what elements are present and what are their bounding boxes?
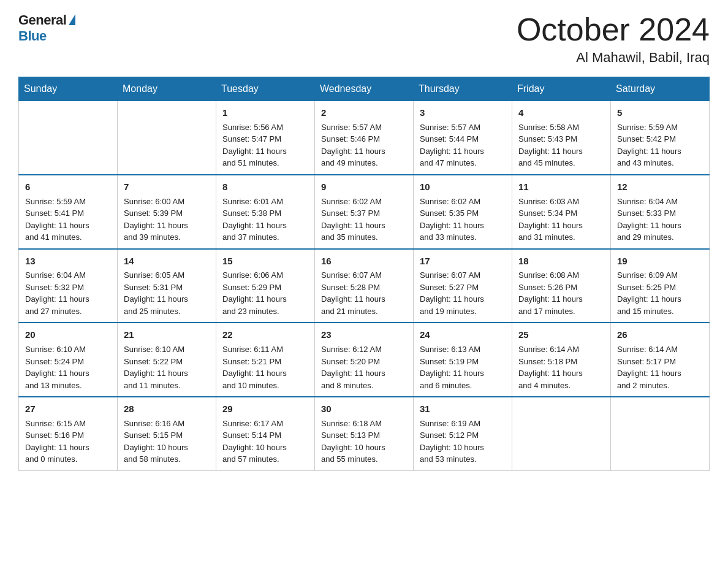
calendar-day-cell: 10Sunrise: 6:02 AM Sunset: 5:35 PM Dayli… xyxy=(414,175,512,249)
day-number: 18 xyxy=(518,255,604,268)
day-info: Sunrise: 6:15 AM Sunset: 5:16 PM Dayligh… xyxy=(25,418,111,465)
calendar-day-cell: 16Sunrise: 6:07 AM Sunset: 5:28 PM Dayli… xyxy=(315,249,414,323)
calendar-day-header: Friday xyxy=(512,77,611,101)
calendar-day-cell: 27Sunrise: 6:15 AM Sunset: 5:16 PM Dayli… xyxy=(19,397,118,470)
day-info: Sunrise: 5:57 AM Sunset: 5:46 PM Dayligh… xyxy=(321,121,407,169)
calendar-day-cell xyxy=(512,397,611,470)
calendar-day-cell: 7Sunrise: 6:00 AM Sunset: 5:39 PM Daylig… xyxy=(118,175,216,249)
day-number: 5 xyxy=(617,106,703,120)
calendar-day-cell xyxy=(19,101,118,175)
calendar-day-cell: 29Sunrise: 6:17 AM Sunset: 5:14 PM Dayli… xyxy=(216,397,315,470)
calendar-day-header: Sunday xyxy=(19,77,118,101)
calendar-week-row: 20Sunrise: 6:10 AM Sunset: 5:24 PM Dayli… xyxy=(19,323,710,397)
calendar-day-cell: 28Sunrise: 6:16 AM Sunset: 5:15 PM Dayli… xyxy=(118,397,216,470)
day-number: 6 xyxy=(25,180,111,194)
calendar-day-cell: 31Sunrise: 6:19 AM Sunset: 5:12 PM Dayli… xyxy=(414,397,512,470)
day-info: Sunrise: 6:18 AM Sunset: 5:13 PM Dayligh… xyxy=(321,418,407,465)
logo: General Blue xyxy=(18,12,75,44)
day-info: Sunrise: 6:14 AM Sunset: 5:18 PM Dayligh… xyxy=(518,343,604,391)
day-number: 25 xyxy=(518,328,604,342)
day-number: 4 xyxy=(518,106,604,120)
day-info: Sunrise: 6:12 AM Sunset: 5:20 PM Dayligh… xyxy=(321,343,407,391)
calendar-day-cell: 21Sunrise: 6:10 AM Sunset: 5:22 PM Dayli… xyxy=(118,323,216,397)
day-info: Sunrise: 6:05 AM Sunset: 5:31 PM Dayligh… xyxy=(124,269,210,317)
day-number: 31 xyxy=(420,402,506,416)
calendar-subtitle: Al Mahawil, Babil, Iraq xyxy=(517,50,710,66)
day-number: 27 xyxy=(25,402,111,416)
calendar-day-cell: 1Sunrise: 5:56 AM Sunset: 5:47 PM Daylig… xyxy=(216,101,315,175)
day-number: 30 xyxy=(321,402,407,416)
calendar-day-cell: 14Sunrise: 6:05 AM Sunset: 5:31 PM Dayli… xyxy=(118,249,216,323)
day-number: 16 xyxy=(321,255,407,268)
day-number: 12 xyxy=(617,180,703,194)
calendar-week-row: 13Sunrise: 6:04 AM Sunset: 5:32 PM Dayli… xyxy=(19,249,710,323)
day-info: Sunrise: 6:11 AM Sunset: 5:21 PM Dayligh… xyxy=(222,343,308,391)
calendar-day-cell: 19Sunrise: 6:09 AM Sunset: 5:25 PM Dayli… xyxy=(611,249,710,323)
calendar-day-header: Saturday xyxy=(611,77,710,101)
calendar-title: October 2024 xyxy=(517,12,710,47)
calendar-day-cell: 11Sunrise: 6:03 AM Sunset: 5:34 PM Dayli… xyxy=(512,175,611,249)
day-info: Sunrise: 5:59 AM Sunset: 5:42 PM Dayligh… xyxy=(617,121,703,169)
calendar-day-header: Monday xyxy=(118,77,216,101)
day-info: Sunrise: 6:13 AM Sunset: 5:19 PM Dayligh… xyxy=(420,343,506,391)
calendar-day-cell: 6Sunrise: 5:59 AM Sunset: 5:41 PM Daylig… xyxy=(19,175,118,249)
calendar-day-cell: 15Sunrise: 6:06 AM Sunset: 5:29 PM Dayli… xyxy=(216,249,315,323)
calendar-week-row: 27Sunrise: 6:15 AM Sunset: 5:16 PM Dayli… xyxy=(19,397,710,470)
title-block: October 2024 Al Mahawil, Babil, Iraq xyxy=(517,12,710,66)
calendar-day-cell: 24Sunrise: 6:13 AM Sunset: 5:19 PM Dayli… xyxy=(414,323,512,397)
calendar-day-cell xyxy=(118,101,216,175)
day-number: 10 xyxy=(420,180,506,194)
day-info: Sunrise: 6:02 AM Sunset: 5:37 PM Dayligh… xyxy=(321,196,407,243)
day-info: Sunrise: 6:10 AM Sunset: 5:24 PM Dayligh… xyxy=(25,343,111,391)
calendar-day-cell: 4Sunrise: 5:58 AM Sunset: 5:43 PM Daylig… xyxy=(512,101,611,175)
day-number: 7 xyxy=(124,180,210,194)
day-number: 21 xyxy=(124,328,210,342)
calendar-day-header: Thursday xyxy=(414,77,512,101)
day-number: 14 xyxy=(124,255,210,268)
day-number: 22 xyxy=(222,328,308,342)
day-info: Sunrise: 6:10 AM Sunset: 5:22 PM Dayligh… xyxy=(124,343,210,391)
day-info: Sunrise: 6:00 AM Sunset: 5:39 PM Dayligh… xyxy=(124,196,210,243)
day-info: Sunrise: 6:09 AM Sunset: 5:25 PM Dayligh… xyxy=(617,269,703,317)
day-info: Sunrise: 6:19 AM Sunset: 5:12 PM Dayligh… xyxy=(420,418,506,465)
calendar-day-cell: 9Sunrise: 6:02 AM Sunset: 5:37 PM Daylig… xyxy=(315,175,414,249)
calendar-day-cell: 17Sunrise: 6:07 AM Sunset: 5:27 PM Dayli… xyxy=(414,249,512,323)
day-info: Sunrise: 6:14 AM Sunset: 5:17 PM Dayligh… xyxy=(617,343,703,391)
calendar-day-header: Tuesday xyxy=(216,77,315,101)
day-number: 28 xyxy=(124,402,210,416)
calendar-table: SundayMondayTuesdayWednesdayThursdayFrid… xyxy=(18,77,710,471)
day-info: Sunrise: 5:59 AM Sunset: 5:41 PM Dayligh… xyxy=(25,196,111,243)
logo-general-text: General xyxy=(18,12,66,28)
day-info: Sunrise: 6:07 AM Sunset: 5:28 PM Dayligh… xyxy=(321,269,407,317)
day-info: Sunrise: 6:06 AM Sunset: 5:29 PM Dayligh… xyxy=(222,269,308,317)
day-info: Sunrise: 5:56 AM Sunset: 5:47 PM Dayligh… xyxy=(222,121,308,169)
day-info: Sunrise: 6:04 AM Sunset: 5:32 PM Dayligh… xyxy=(25,269,111,317)
day-number: 9 xyxy=(321,180,407,194)
day-number: 17 xyxy=(420,255,506,268)
calendar-day-cell: 5Sunrise: 5:59 AM Sunset: 5:42 PM Daylig… xyxy=(611,101,710,175)
calendar-week-row: 6Sunrise: 5:59 AM Sunset: 5:41 PM Daylig… xyxy=(19,175,710,249)
day-number: 26 xyxy=(617,328,703,342)
calendar-day-cell xyxy=(611,397,710,470)
calendar-day-cell: 18Sunrise: 6:08 AM Sunset: 5:26 PM Dayli… xyxy=(512,249,611,323)
calendar-week-row: 1Sunrise: 5:56 AM Sunset: 5:47 PM Daylig… xyxy=(19,101,710,175)
day-info: Sunrise: 5:57 AM Sunset: 5:44 PM Dayligh… xyxy=(420,121,506,169)
day-info: Sunrise: 6:01 AM Sunset: 5:38 PM Dayligh… xyxy=(222,196,308,243)
calendar-day-cell: 13Sunrise: 6:04 AM Sunset: 5:32 PM Dayli… xyxy=(19,249,118,323)
day-number: 20 xyxy=(25,328,111,342)
calendar-day-cell: 3Sunrise: 5:57 AM Sunset: 5:44 PM Daylig… xyxy=(414,101,512,175)
day-number: 13 xyxy=(25,255,111,268)
calendar-day-cell: 23Sunrise: 6:12 AM Sunset: 5:20 PM Dayli… xyxy=(315,323,414,397)
calendar-day-cell: 2Sunrise: 5:57 AM Sunset: 5:46 PM Daylig… xyxy=(315,101,414,175)
day-number: 3 xyxy=(420,106,506,120)
day-info: Sunrise: 6:08 AM Sunset: 5:26 PM Dayligh… xyxy=(518,269,604,317)
day-number: 1 xyxy=(222,106,308,120)
calendar-day-cell: 25Sunrise: 6:14 AM Sunset: 5:18 PM Dayli… xyxy=(512,323,611,397)
day-info: Sunrise: 6:16 AM Sunset: 5:15 PM Dayligh… xyxy=(124,418,210,465)
day-info: Sunrise: 6:02 AM Sunset: 5:35 PM Dayligh… xyxy=(420,196,506,243)
day-number: 2 xyxy=(321,106,407,120)
day-number: 23 xyxy=(321,328,407,342)
day-number: 19 xyxy=(617,255,703,268)
day-info: Sunrise: 6:07 AM Sunset: 5:27 PM Dayligh… xyxy=(420,269,506,317)
day-number: 29 xyxy=(222,402,308,416)
